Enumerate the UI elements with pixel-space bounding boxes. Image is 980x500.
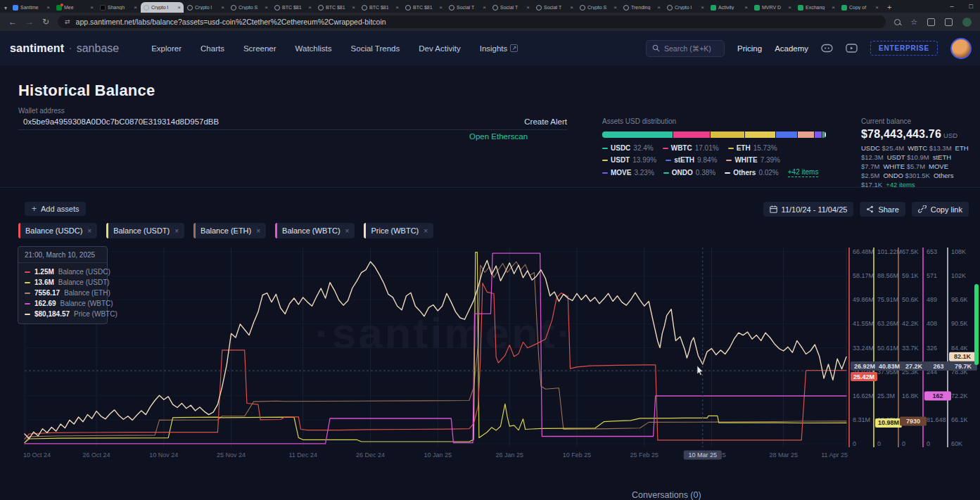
site-info-icon[interactable]: ⇄ (65, 18, 70, 25)
tooltip-value: 7556.17 (34, 289, 60, 297)
tab-close-icon[interactable]: × (134, 5, 137, 11)
nav-item-dev-activity[interactable]: Dev Activity (419, 44, 460, 53)
header-link-pricing[interactable]: Pricing (737, 44, 762, 53)
browser-tab[interactable]: Social T× (533, 2, 576, 13)
tab-close-icon[interactable]: × (832, 5, 835, 11)
nav-item-insights[interactable]: Insights↗ (480, 44, 518, 53)
tab-close-icon[interactable]: × (395, 5, 399, 11)
browser-tab[interactable]: Crypto l× (664, 2, 707, 13)
downloads-icon[interactable] (927, 18, 935, 26)
tab-close-icon[interactable]: × (439, 5, 443, 11)
tab-close-icon[interactable]: × (875, 5, 879, 11)
tab-close-icon[interactable]: × (308, 5, 312, 11)
url-text[interactable]: app.santiment.net/labs/balance?assets=us… (76, 18, 386, 26)
tab-close-icon[interactable]: × (744, 5, 748, 11)
browser-tab[interactable]: Copy of× (839, 2, 882, 13)
chip-close-icon[interactable]: × (424, 227, 428, 235)
browser-tab[interactable]: Crypto l× (184, 2, 227, 13)
add-assets-button[interactable]: + Add assets (25, 202, 86, 216)
santiment-sanbase-logo[interactable]: santiment · sanbase (10, 42, 119, 55)
create-alert-button[interactable]: Create Alert (524, 117, 567, 126)
youtube-icon[interactable] (846, 44, 858, 53)
tab-close-icon[interactable]: × (177, 5, 181, 11)
tab-title: Exchang (806, 5, 829, 10)
date-range-picker[interactable]: 11/10/24 - 11/04/25 (763, 202, 854, 217)
browser-tab[interactable]: Social T× (490, 2, 533, 13)
browser-tab[interactable]: MVRV D× (751, 2, 794, 13)
tab-close-icon[interactable]: × (46, 5, 50, 11)
browser-tab[interactable]: Mee× (53, 2, 96, 13)
y-axis-tick-label: 75.91M (877, 296, 898, 303)
search-input[interactable]: Search (⌘+K) (646, 40, 725, 57)
forward-icon[interactable]: → (25, 17, 34, 27)
nav-item-watchlists[interactable]: Watchlists (295, 44, 332, 53)
browser-tab[interactable]: BTC $81× (315, 2, 358, 13)
browser-tab[interactable]: Santime× (10, 2, 53, 13)
browser-tab[interactable]: Activity× (708, 2, 751, 13)
chip-close-icon[interactable]: × (87, 227, 91, 235)
chip-close-icon[interactable]: × (174, 227, 179, 235)
browser-tab[interactable]: Crypto S× (577, 2, 620, 13)
address-bar[interactable]: ⇄ app.santiment.net/labs/balance?assets=… (58, 15, 886, 28)
open-etherscan-link[interactable]: Open Etherscan (469, 132, 528, 141)
discord-icon[interactable] (821, 44, 833, 53)
metric-chip[interactable]: Balance (USDT)× (106, 223, 184, 238)
browser-tab[interactable]: Trending× (621, 2, 663, 13)
browser-profile-avatar[interactable] (962, 18, 972, 27)
conversations-link[interactable]: Conversations (0) (632, 490, 701, 500)
bookmark-star-icon[interactable]: ☆ (910, 18, 917, 27)
browser-tab[interactable]: Exchang× (795, 2, 838, 13)
minimize-icon[interactable]: – (950, 3, 954, 10)
metric-chip[interactable]: Balance (ETH)× (193, 223, 266, 238)
maximize-icon[interactable]: □ (969, 3, 973, 10)
wallet-address-field[interactable]: 0x5be9a4959308A0D0c7bC0870E319314d8D957d… (18, 114, 567, 130)
metric-chip[interactable]: Price (WBTC)× (364, 223, 433, 238)
tooltip-value: 1.25M (34, 268, 54, 276)
extensions-icon[interactable] (945, 18, 953, 26)
reload-icon[interactable]: ↻ (42, 17, 49, 27)
tab-search-chevron-icon[interactable]: ▾ (4, 5, 7, 11)
nav-item-screener[interactable]: Screener (243, 44, 276, 53)
tab-close-icon[interactable]: × (352, 5, 355, 11)
browser-tab[interactable]: BTC $81× (272, 2, 314, 13)
y-axis-tick-label: 102K (951, 272, 966, 279)
page-scrollbar-thumb[interactable] (974, 284, 979, 365)
browser-tab[interactable]: BTC $81× (359, 2, 402, 13)
browser-tab[interactable]: Social T× (446, 2, 489, 13)
share-button[interactable]: Share (860, 202, 905, 217)
wallet-address-value[interactable]: 0x5be9a4959308A0D0c7bC0870E319314d8D957d… (18, 117, 219, 126)
enterprise-badge[interactable]: ENTERPRISE (870, 41, 938, 56)
copy-link-button[interactable]: Copy link (912, 202, 969, 217)
tab-close-icon[interactable]: × (613, 5, 617, 11)
header-links: PricingAcademy (737, 44, 808, 53)
back-icon[interactable]: ← (8, 17, 17, 27)
tab-close-icon[interactable]: × (483, 5, 486, 11)
nav-item-explorer[interactable]: Explorer (151, 44, 182, 53)
user-avatar[interactable] (950, 38, 972, 59)
tab-close-icon[interactable]: × (788, 5, 791, 11)
add-assets-label: Add assets (41, 205, 79, 213)
browser-tab[interactable]: Crypto S× (228, 2, 271, 13)
crosshair-axis-label: 26.92M (854, 363, 875, 370)
chip-close-icon[interactable]: × (345, 227, 350, 235)
browser-tab[interactable]: Shangh× (97, 2, 140, 13)
distribution-more-items-link[interactable]: +42 items (788, 168, 819, 177)
search-tabs-icon[interactable] (894, 19, 901, 25)
tab-close-icon[interactable]: × (570, 5, 573, 11)
nav-item-charts[interactable]: Charts (201, 44, 224, 53)
metric-chip[interactable]: Balance (USDC)× (18, 223, 97, 238)
new-tab-button[interactable]: + (887, 3, 891, 11)
chip-close-icon[interactable]: × (256, 227, 260, 235)
historical-balance-chart[interactable]: 10 Oct 2426 Oct 2410 Nov 2425 Nov 2411 D… (0, 242, 980, 464)
tab-close-icon[interactable]: × (526, 5, 530, 11)
tab-close-icon[interactable]: × (265, 5, 268, 11)
header-link-academy[interactable]: Academy (775, 44, 808, 53)
browser-tab[interactable]: Crypto l× (141, 2, 184, 13)
nav-item-social-trends[interactable]: Social Trends (351, 44, 400, 53)
browser-tab[interactable]: BTC $81× (402, 2, 445, 13)
metric-chip[interactable]: Balance (WBTC)× (275, 223, 355, 238)
tab-close-icon[interactable]: × (90, 5, 94, 11)
tab-close-icon[interactable]: × (701, 5, 704, 11)
tab-close-icon[interactable]: × (221, 5, 224, 11)
tab-close-icon[interactable]: × (657, 5, 661, 11)
